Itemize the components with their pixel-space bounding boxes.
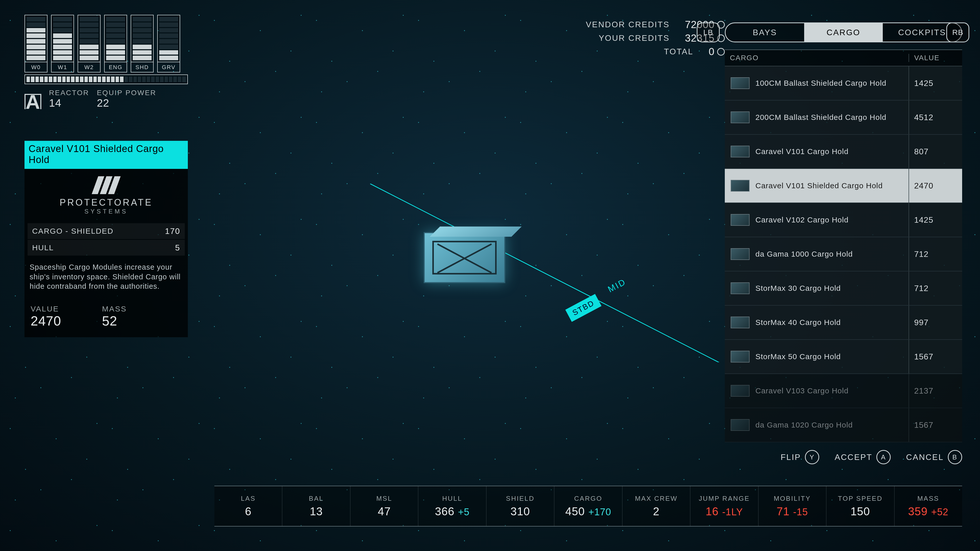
cargo-list-row[interactable]: StorMax 30 Cargo Hold712 bbox=[725, 272, 962, 306]
stat-delta: +52 bbox=[931, 507, 948, 518]
stat-value: 13 bbox=[310, 505, 323, 518]
stat-value: 359 bbox=[908, 505, 928, 518]
cargo-module-preview[interactable] bbox=[424, 232, 505, 283]
cargo-item-icon bbox=[725, 306, 756, 339]
ship-stat-bal: BAL13 bbox=[282, 486, 350, 526]
tab-cargo[interactable]: CARGO bbox=[804, 23, 883, 41]
stat-label: MAX CREW bbox=[635, 495, 678, 503]
flip-action[interactable]: FLIP Y bbox=[781, 450, 819, 464]
category-tabs: BAYSCARGOCOCKPITS bbox=[725, 22, 962, 42]
cargo-list-row[interactable]: StorMax 40 Cargo Hold997 bbox=[725, 306, 962, 340]
ship-stat-jump-range: JUMP RANGE16-1LY bbox=[690, 486, 758, 526]
module-stat-value: 5 bbox=[175, 243, 180, 252]
gauge-label: W1 bbox=[51, 62, 74, 73]
cargo-item-value: 4512 bbox=[908, 100, 962, 134]
stat-value: 150 bbox=[851, 505, 870, 518]
gauge-grv: GRV bbox=[157, 15, 180, 73]
cancel-action[interactable]: CANCEL B bbox=[906, 450, 962, 464]
ship-stat-las: LAS6 bbox=[215, 486, 282, 526]
module-stat-label: HULL bbox=[32, 243, 175, 252]
stat-value: 6 bbox=[245, 505, 251, 518]
stat-delta: -1LY bbox=[722, 507, 743, 518]
stat-label: TOP SPEED bbox=[838, 495, 883, 503]
cargo-list-row[interactable]: Caravel V102 Cargo Hold1425 bbox=[725, 203, 962, 237]
prev-category-button[interactable]: LB bbox=[697, 22, 720, 42]
cargo-item-name: Caravel V103 Cargo Hold bbox=[756, 386, 908, 395]
stat-label: MSL bbox=[376, 495, 392, 503]
stat-delta: -15 bbox=[793, 507, 808, 518]
accept-action[interactable]: ACCEPT A bbox=[835, 450, 891, 464]
cargo-item-name: da Gama 1020 Cargo Hold bbox=[756, 420, 908, 430]
manufacturer-logo: PROTECTORATE SYSTEMS bbox=[24, 169, 188, 222]
gauge-w0: W0 bbox=[24, 15, 48, 73]
b-button-icon: B bbox=[948, 450, 962, 464]
gauge-label: SHD bbox=[130, 62, 154, 73]
equip-power-value: 22 bbox=[97, 97, 156, 109]
cargo-item-icon bbox=[725, 100, 756, 134]
cargo-item-name: Caravel V101 Cargo Hold bbox=[756, 147, 908, 156]
cargo-list-row[interactable]: Caravel V101 Shielded Cargo Hold2470 bbox=[725, 169, 962, 203]
cargo-item-name: 100CM Ballast Shielded Cargo Hold bbox=[756, 78, 908, 88]
gauge-eng: ENG bbox=[104, 15, 127, 73]
ship-builder-viewport[interactable]: STBD MID bbox=[357, 184, 587, 362]
cargo-list-row[interactable]: da Gama 1000 Cargo Hold712 bbox=[725, 237, 962, 272]
stat-delta: +5 bbox=[458, 507, 469, 518]
stat-label: CARGO bbox=[574, 495, 602, 503]
stat-value: 47 bbox=[378, 505, 391, 518]
brand-subtitle: SYSTEMS bbox=[84, 208, 128, 215]
cargo-item-value: 1567 bbox=[908, 408, 962, 442]
module-value: 2470 bbox=[30, 313, 61, 329]
cargo-item-icon bbox=[725, 374, 756, 408]
cargo-item-value: 1425 bbox=[908, 203, 962, 237]
svg-line-0 bbox=[370, 184, 778, 362]
module-stat-value: 170 bbox=[165, 227, 180, 236]
stat-label: MASS bbox=[917, 495, 939, 503]
accept-label: ACCEPT bbox=[835, 453, 872, 462]
stat-value: 310 bbox=[511, 505, 530, 518]
credit-icon bbox=[717, 48, 725, 56]
module-description: Spaceship Cargo Modules increase your sh… bbox=[24, 256, 188, 302]
power-bar bbox=[24, 75, 188, 84]
cargo-item-value: 2137 bbox=[908, 374, 962, 408]
cargo-item-name: da Gama 1000 Cargo Hold bbox=[756, 249, 908, 259]
next-category-button[interactable]: RB bbox=[946, 22, 969, 42]
flip-label: FLIP bbox=[781, 453, 801, 462]
stat-value: 2 bbox=[653, 505, 659, 518]
stat-value: 71 bbox=[776, 505, 790, 518]
stat-value: 16 bbox=[706, 505, 719, 518]
cargo-list-row[interactable]: StorMax 50 Cargo Hold1567 bbox=[725, 340, 962, 374]
tab-bays[interactable]: BAYS bbox=[725, 23, 804, 41]
cargo-item-value: 1425 bbox=[908, 66, 962, 100]
reactor-label: REACTOR bbox=[49, 89, 89, 97]
stat-label: MOBILITY bbox=[774, 495, 811, 503]
ship-stat-mass: MASS359+52 bbox=[894, 486, 962, 526]
cargo-item-name: 200CM Ballast Shielded Cargo Hold bbox=[756, 113, 908, 122]
cargo-item-icon bbox=[725, 272, 756, 305]
ship-stat-bar: LAS6BAL13MSL47HULL366+5SHIELD310CARGO450… bbox=[215, 486, 962, 527]
list-header-value: VALUE bbox=[908, 54, 962, 62]
a-button-icon: A bbox=[877, 450, 891, 464]
ship-stat-mobility: MOBILITY71-15 bbox=[759, 486, 826, 526]
stat-label: LAS bbox=[241, 495, 256, 503]
cargo-list-row[interactable]: 100CM Ballast Shielded Cargo Hold1425 bbox=[725, 66, 962, 100]
ship-stat-max-crew: MAX CREW2 bbox=[622, 486, 690, 526]
cargo-item-icon bbox=[725, 237, 756, 271]
stat-label: HULL bbox=[442, 495, 462, 503]
cargo-list-row[interactable]: 200CM Ballast Shielded Cargo Hold4512 bbox=[725, 100, 962, 135]
ship-stat-hull: HULL366+5 bbox=[418, 486, 486, 526]
module-title: Caravel V101 Shielded Cargo Hold bbox=[24, 141, 188, 169]
stat-value: 450 bbox=[565, 505, 585, 518]
cargo-item-icon bbox=[725, 408, 756, 442]
total-value: 0 bbox=[709, 46, 714, 57]
stat-label: JUMP RANGE bbox=[699, 495, 750, 503]
reactor-value: 14 bbox=[49, 97, 89, 109]
starboard-label: STBD bbox=[565, 294, 601, 322]
cargo-item-name: StorMax 30 Cargo Hold bbox=[756, 283, 908, 293]
cargo-list-row: da Gama 1020 Cargo Hold1567 bbox=[725, 408, 962, 442]
cargo-item-icon bbox=[725, 203, 756, 237]
cargo-list-row[interactable]: Caravel V101 Cargo Hold807 bbox=[725, 135, 962, 169]
cargo-item-value: 1567 bbox=[908, 340, 962, 373]
cargo-item-icon bbox=[725, 340, 756, 373]
stat-label: SHIELD bbox=[506, 495, 535, 503]
cargo-item-value: 807 bbox=[908, 135, 962, 168]
